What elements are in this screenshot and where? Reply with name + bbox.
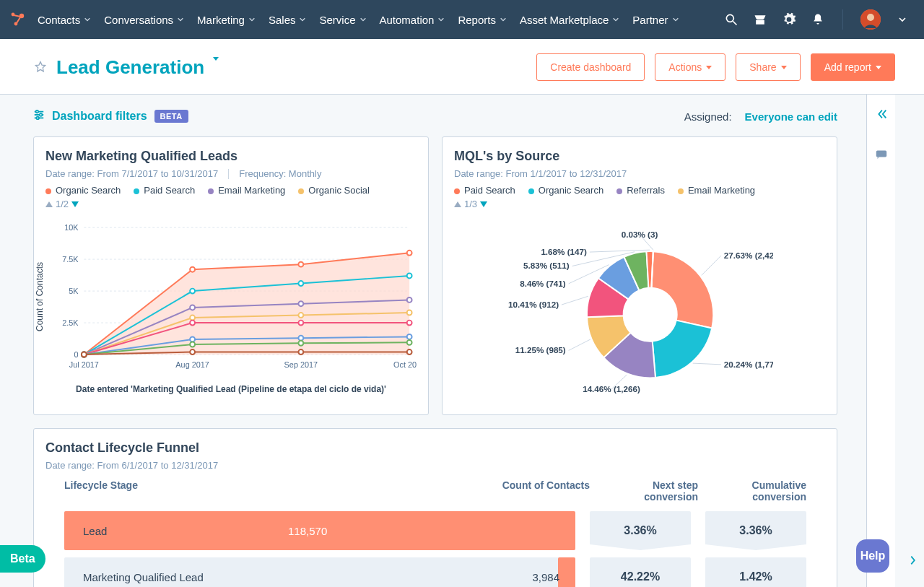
user-avatar[interactable] xyxy=(860,9,881,30)
legend-pager: 1/2 xyxy=(45,199,417,209)
svg-text:8.46% (741): 8.46% (741) xyxy=(520,279,566,288)
nav-label: Reports xyxy=(458,14,496,26)
svg-point-40 xyxy=(190,321,195,326)
svg-point-54 xyxy=(407,349,412,355)
pager-next-icon[interactable] xyxy=(71,201,79,207)
nav-item[interactable]: Conversations xyxy=(104,14,184,26)
svg-point-53 xyxy=(298,349,303,355)
svg-rect-64 xyxy=(876,151,886,157)
chart-card-funnel: Contact Lifecycle Funnel Date range: Fro… xyxy=(33,428,837,587)
notifications-icon[interactable] xyxy=(811,12,825,27)
legend-item[interactable]: Organic Search xyxy=(45,185,121,196)
funnel-stage: Lead xyxy=(64,525,107,537)
svg-point-29 xyxy=(298,281,303,286)
beta-fab[interactable]: Beta xyxy=(0,545,45,573)
svg-point-8 xyxy=(36,117,39,120)
legend-item[interactable]: Organic Search xyxy=(528,185,603,196)
assigned-value[interactable]: Everyone can edit xyxy=(745,110,837,123)
add-report-label: Add report xyxy=(824,61,871,73)
search-icon[interactable] xyxy=(724,12,738,27)
legend-pager: 1/3 xyxy=(454,199,825,209)
filter-icon[interactable] xyxy=(33,109,45,123)
marketplace-icon[interactable] xyxy=(753,12,767,27)
help-fab[interactable]: Help xyxy=(856,539,889,573)
nav-item[interactable]: Service xyxy=(319,14,366,26)
funnel-value: 3,984 xyxy=(532,571,559,583)
add-report-button[interactable]: Add report xyxy=(811,53,895,81)
assigned-label: Assigned: xyxy=(684,110,732,123)
settings-icon[interactable] xyxy=(782,12,796,27)
nav-item[interactable]: Marketing xyxy=(197,14,256,26)
nav-item[interactable]: Automation xyxy=(380,14,445,26)
side-panel xyxy=(866,95,895,587)
top-navbar: ContactsConversationsMarketingSalesServi… xyxy=(0,0,924,39)
chart-frequency: Frequency: Monthly xyxy=(239,168,321,179)
svg-point-32 xyxy=(190,305,195,310)
svg-text:Sep 2017: Sep 2017 xyxy=(284,360,318,369)
favorite-star-icon[interactable] xyxy=(33,60,48,74)
account-chevron-icon[interactable] xyxy=(895,12,910,27)
legend-item[interactable]: Paid Search xyxy=(134,185,195,196)
funnel-cum: 3.36% xyxy=(705,511,806,550)
page-title[interactable]: Lead Generation xyxy=(56,56,204,79)
pager-prev-icon[interactable] xyxy=(45,201,53,207)
svg-text:2.5K: 2.5K xyxy=(62,318,79,327)
svg-point-28 xyxy=(190,289,195,294)
funnel-cum: 1.42% xyxy=(705,557,806,587)
filters-label[interactable]: Dashboard filters xyxy=(52,110,147,123)
pager-prev-icon[interactable] xyxy=(454,201,461,207)
funnel-next: 42.22% xyxy=(590,557,691,587)
funnel-stage: Marketing Qualified Lead xyxy=(64,571,204,583)
funnel-row: Lead118,5703.36%3.36% xyxy=(45,511,825,550)
legend-item[interactable]: Email Marketing xyxy=(208,185,285,196)
legend-item[interactable]: Organic Social xyxy=(298,185,370,196)
expand-fab-icon[interactable] xyxy=(907,554,920,570)
svg-point-41 xyxy=(298,321,303,326)
svg-point-36 xyxy=(190,316,195,321)
svg-text:5.83% (511): 5.83% (511) xyxy=(523,261,570,270)
nav-label: Partner xyxy=(632,14,668,26)
create-dashboard-button[interactable]: Create dashboard xyxy=(536,53,645,81)
svg-text:Aug 2017: Aug 2017 xyxy=(175,360,209,369)
chart-ylabel: Count of Contacts xyxy=(35,262,45,331)
pager-text: 1/2 xyxy=(56,199,69,209)
comments-icon[interactable] xyxy=(875,148,888,164)
legend-item[interactable]: Referrals xyxy=(616,185,665,196)
legend-item[interactable]: Email Marketing xyxy=(678,185,755,196)
nav-item[interactable]: Contacts xyxy=(38,14,91,26)
chart-title: Contact Lifecycle Funnel xyxy=(45,440,825,456)
funnel-row: Marketing Qualified Lead3,98442.22%1.42% xyxy=(45,557,825,587)
svg-point-38 xyxy=(407,310,412,316)
legend-item[interactable]: Paid Search xyxy=(454,185,515,196)
nav-item[interactable]: Asset Marketplace xyxy=(520,14,619,26)
chart-legend: Organic SearchPaid SearchEmail Marketing… xyxy=(45,185,417,196)
svg-point-34 xyxy=(407,297,412,303)
title-dropdown-icon[interactable] xyxy=(213,61,219,74)
svg-point-7 xyxy=(40,113,43,116)
nav-item[interactable]: Partner xyxy=(632,14,679,26)
title-group: Lead Generation xyxy=(33,56,219,79)
svg-point-46 xyxy=(407,334,412,339)
svg-point-30 xyxy=(407,274,412,279)
collapse-panel-icon[interactable] xyxy=(875,108,888,123)
brand-logo[interactable] xyxy=(9,11,26,28)
svg-point-50 xyxy=(407,340,412,345)
actions-button[interactable]: Actions xyxy=(655,53,725,81)
share-button[interactable]: Share xyxy=(736,53,800,81)
nav-label: Sales xyxy=(269,14,296,26)
nav-item[interactable]: Sales xyxy=(269,14,307,26)
svg-text:11.25% (985): 11.25% (985) xyxy=(515,345,566,355)
chart-title: MQL's by Source xyxy=(454,149,825,164)
nav-label: Automation xyxy=(380,14,435,26)
funnel-value: 118,570 xyxy=(288,525,327,537)
chart-xlabel: Date entered 'Marketing Qualified Lead (… xyxy=(45,384,417,394)
pager-next-icon[interactable] xyxy=(480,201,487,207)
nav-item[interactable]: Reports xyxy=(458,14,507,26)
col-cum: Cumulative conversion xyxy=(705,479,806,503)
chart-title: New Marketing Qualified Leads xyxy=(45,149,417,164)
svg-point-49 xyxy=(298,341,303,346)
chart-legend: Paid SearchOrganic SearchReferralsEmail … xyxy=(454,185,825,196)
svg-point-5 xyxy=(867,14,874,21)
donut-chart: 27.63% (2,420)20.24% (1,773)14.46% (1,26… xyxy=(454,214,825,401)
svg-point-24 xyxy=(190,267,195,272)
